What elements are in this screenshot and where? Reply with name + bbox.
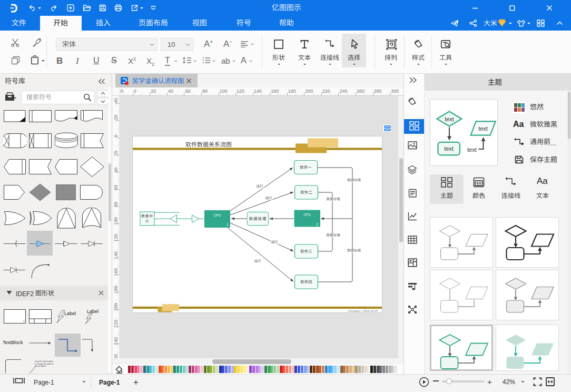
svg-text:1: 1 [227,223,229,227]
svg-text:Label: Label [87,309,99,314]
svg-text:text: text [467,146,477,153]
svg-text:CPU: CPU [214,213,221,217]
svg-text:text: text [478,125,488,132]
svg-text:CPU: CPU [303,213,311,217]
svg-text:Company / 2019-10-24: Company / 2019-10-24 [348,309,378,312]
svg-text:Label: Label [64,311,76,316]
svg-text:2: 2 [316,222,318,226]
svg-text:text: text [444,145,454,152]
svg-text:text: text [445,116,454,122]
svg-text:1: 1 [23,319,25,322]
